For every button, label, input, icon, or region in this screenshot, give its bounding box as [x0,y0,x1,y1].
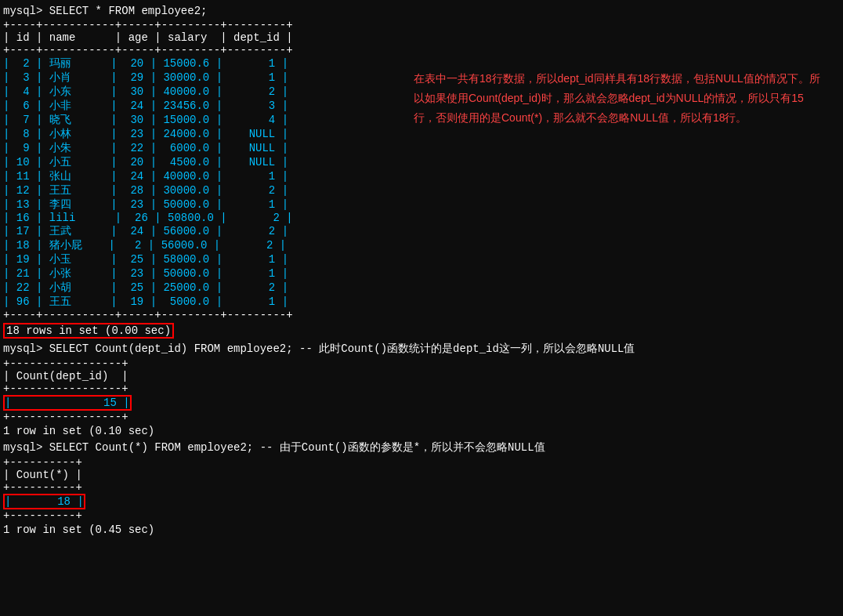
count-star-value: | 18 | [5,495,84,508]
table-row: | 19 | 小玉 | 25 | 58000.0 | 1 | [3,252,840,266]
table-row: | 11 | 张山 | 24 | 40000.0 | 1 | [3,169,840,183]
count-dept-value-box: | 15 | [3,395,132,411]
count-star-result: 1 row in set (0.45 sec) [0,522,843,538]
table-row: | 18 | 猪小屁 | 2 | 56000.0 | 2 | [3,238,840,252]
table-row: | 16 | lili | 26 | 50800.0 | 2 | [3,212,840,224]
annotation-box: 在表中一共有18行数据，所以dept_id同样具有18行数据，包括NULL值的情… [407,63,830,135]
count-star-header: | Count(*) | [3,469,840,481]
count-star-sep2: +----------+ [3,481,840,494]
table-row: | 10 | 小五 | 20 | 4500.0 | NULL | [3,155,840,169]
prompt-2: mysql> SELECT Count(dept_id) FROM employ… [0,340,843,357]
table-row: | 17 | 王武 | 24 | 56000.0 | 2 | [3,224,840,238]
table-header-row: | id | name | age | salary | dept_id | [3,31,840,44]
terminal: mysql> SELECT * FROM employee2; +----+--… [0,0,843,616]
table-row: | 13 | 李四 | 23 | 50000.0 | 1 | [3,197,840,212]
count-star-value-box: | 18 | [3,494,85,509]
table-border-top: +----+-----------+-----+---------+------… [3,19,840,31]
count-dept-sep1: +-----------------+ [3,357,840,370]
table-row: | 22 | 小胡 | 25 | 25000.0 | 2 | [3,281,840,295]
table-row: | 9 | 小朱 | 22 | 6000.0 | NULL | [3,141,840,155]
count-dept-sep2: +-----------------+ [3,382,840,395]
count-dept-result: 1 row in set (0.10 sec) [0,423,843,439]
prompt-3: mysql> SELECT Count(*) FROM employee2; -… [0,439,843,456]
count-star-table: +----------+ | Count(*) | +----------+ |… [0,456,843,522]
table-row: | 96 | 王五 | 19 | 5000.0 | 1 | [3,295,840,309]
count-dept-sep3: +-----------------+ [3,411,840,423]
rows-result-highlight: 18 rows in set (0.00 sec) [3,323,174,339]
count-star-sep3: +----------+ [3,509,840,522]
table-row: | 21 | 小张 | 23 | 50000.0 | 1 | [3,266,840,281]
count-star-sep1: +----------+ [3,456,840,469]
table-border-mid: +----+-----------+-----+---------+------… [3,44,840,56]
table-row: | 12 | 王五 | 28 | 30000.0 | 2 | [3,183,840,197]
count-dept-table: +-----------------+ | Count(dept_id) | +… [0,357,843,423]
count-dept-value: | 15 | [5,397,130,409]
count-dept-header: | Count(dept_id) | [3,370,840,382]
rows-result-container: 18 rows in set (0.00 sec) [0,321,843,340]
prompt-1: mysql> SELECT * FROM employee2; [0,3,843,19]
table-border-bot: +----+-----------+-----+---------+------… [3,309,840,321]
rows-result: 18 rows in set (0.00 sec) [6,324,171,337]
